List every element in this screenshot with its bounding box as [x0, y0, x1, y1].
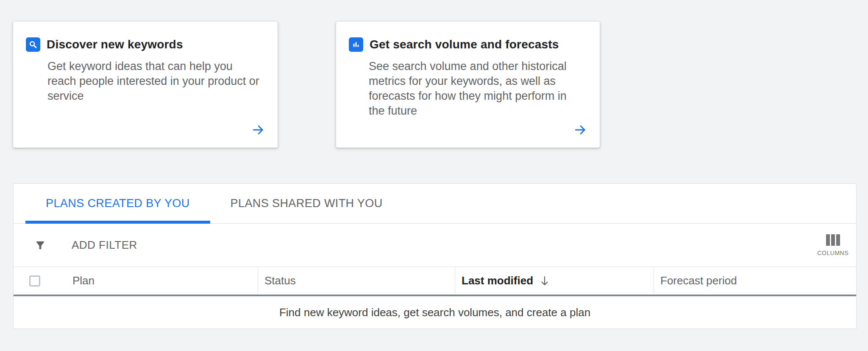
card-header: Get search volume and forecasts: [349, 37, 559, 52]
header-cell-forecast-period[interactable]: Forecast period: [654, 267, 856, 295]
columns-button[interactable]: COLUMNS: [815, 233, 851, 258]
columns-label: COLUMNS: [817, 250, 849, 256]
filter-bar: ADD FILTER COLUMNS: [14, 224, 856, 267]
card-title: Discover new keywords: [47, 38, 183, 51]
search-icon: [26, 37, 40, 52]
column-label: Forecast period: [660, 274, 737, 287]
empty-state-message: Find new keyword ideas, get search volum…: [279, 306, 590, 319]
header-cell-status[interactable]: Status: [258, 267, 455, 295]
add-filter-button[interactable]: ADD FILTER: [34, 239, 137, 252]
card-title: Get search volume and forecasts: [370, 38, 559, 51]
add-filter-label: ADD FILTER: [72, 239, 137, 252]
tab-plans-shared-with-you[interactable]: PLANS SHARED WITH YOU: [210, 184, 403, 223]
discover-new-keywords-card[interactable]: Discover new keywords Get keyword ideas …: [13, 22, 278, 148]
arrow-forward-icon[interactable]: [572, 121, 589, 138]
tab-label: PLANS CREATED BY YOU: [46, 197, 190, 210]
tab-label: PLANS SHARED WITH YOU: [231, 197, 383, 210]
header-cell-last-modified[interactable]: Last modified: [455, 267, 654, 295]
column-label: Last modified: [462, 274, 533, 287]
card-header: Discover new keywords: [26, 37, 183, 52]
bar-chart-icon: [349, 37, 363, 52]
columns-icon: [826, 234, 840, 246]
card-description: Get keyword ideas that can help you reac…: [47, 59, 262, 104]
tab-plans-created-by-you[interactable]: PLANS CREATED BY YOU: [25, 184, 210, 223]
card-description: See search volume and other historical m…: [369, 59, 583, 118]
column-label: Plan: [72, 274, 95, 287]
empty-state-row: Find new keyword ideas, get search volum…: [14, 296, 856, 329]
column-label: Status: [264, 274, 296, 287]
filter-funnel-icon: [34, 239, 46, 251]
plans-table-header: Plan Status Last modified Forecast perio…: [14, 267, 856, 296]
active-tab-underline: [25, 221, 210, 224]
arrow-forward-icon[interactable]: [250, 121, 267, 138]
plans-panel: PLANS CREATED BY YOU PLANS SHARED WITH Y…: [13, 183, 857, 329]
select-all-checkbox[interactable]: [29, 275, 40, 286]
header-cell-plan: Plan: [14, 267, 258, 295]
plans-tabbar: PLANS CREATED BY YOU PLANS SHARED WITH Y…: [14, 184, 856, 224]
sort-descending-icon: [540, 275, 550, 286]
keyword-planner-page: Discover new keywords Get keyword ideas …: [0, 0, 868, 351]
get-search-volume-card[interactable]: Get search volume and forecasts See sear…: [336, 22, 600, 148]
